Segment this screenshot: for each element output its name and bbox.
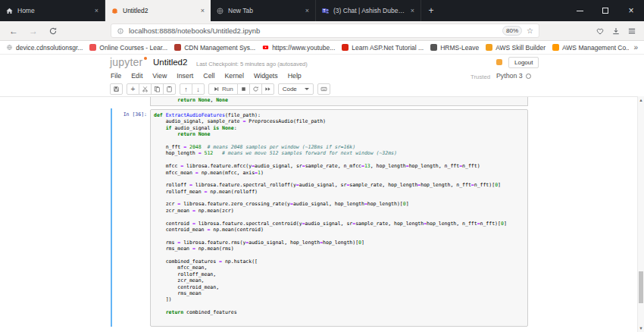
menu-item-file[interactable]: File — [111, 72, 121, 80]
code-line — [154, 176, 527, 182]
address-bar[interactable]: localhost:8888/notebooks/Untitled2.ipynb… — [111, 23, 539, 38]
jupyter-icon — [111, 7, 119, 15]
run-button[interactable]: Run — [208, 83, 238, 95]
jupyter-logo-text: jupyter — [110, 56, 142, 68]
interrupt-kernel-button[interactable] — [237, 83, 250, 95]
tab-close-icon[interactable]: × — [410, 7, 415, 14]
new-tab-button[interactable] — [421, 0, 441, 21]
code-line: mfcc = librosa.feature.mfcc(y=audio_sign… — [154, 163, 527, 169]
code-line: centroid = librosa.feature.spectral_cent… — [154, 221, 527, 227]
cell-type-select[interactable]: Code — [278, 83, 314, 95]
bookmark-item[interactable]: CDN Management Sys... — [174, 44, 255, 52]
run-button-group: Run — [208, 83, 274, 95]
move-cell-up-button[interactable] — [180, 83, 192, 95]
bookmark-item[interactable]: device.cdnsolutionsgr... — [6, 44, 83, 52]
menu-item-view[interactable]: View — [152, 72, 167, 80]
scrollbar-down-icon[interactable] — [638, 324, 644, 332]
bookmark-item[interactable]: https://www.youtube... — [262, 44, 335, 52]
window-controls — [567, 0, 644, 21]
browser-navbar: localhost:8888/notebooks/Untitled2.ipynb… — [0, 21, 644, 41]
tab-close-icon[interactable]: × — [94, 7, 99, 14]
navbar-actions — [596, 27, 636, 36]
code-line: combined_features = np.hstack([ — [154, 258, 527, 265]
url-text[interactable]: localhost:8888/notebooks/Untitled2.ipynb — [129, 27, 498, 35]
globe-icon — [216, 7, 224, 15]
bookmark-label: AWS Management Co... — [562, 44, 629, 52]
menu-item-cell[interactable]: Cell — [203, 72, 214, 80]
logout-button[interactable]: Logout — [508, 57, 539, 68]
menu-item-kernel[interactable]: Kernel — [224, 72, 243, 80]
code-line: centroid_mean, — [154, 284, 527, 290]
paste-cell-button[interactable] — [163, 83, 176, 95]
browser-window: Home×Untitled2×New Tab×T(3) Chat | Ashis… — [0, 0, 644, 332]
code-line: def ExtractAudioFeatures(file_path): — [154, 112, 527, 118]
code-line: mfcc_mean, — [154, 265, 527, 271]
restart-run-all-button[interactable] — [261, 83, 274, 95]
browser-tab[interactable]: T(3) Chat | Ashish Dubey | Micro...× — [316, 0, 421, 21]
restart-kernel-button[interactable] — [249, 83, 262, 95]
tab-close-icon[interactable]: × — [200, 7, 205, 14]
move-cell-down-button[interactable] — [192, 83, 205, 95]
refresh-button[interactable] — [47, 25, 59, 37]
command-palette-button[interactable] — [317, 83, 330, 95]
browser-tab[interactable]: Home× — [0, 0, 105, 21]
bookmark-label: Online Courses - Lear... — [99, 44, 167, 52]
code-line: return None, None — [154, 97, 527, 103]
window-close-button[interactable] — [618, 0, 644, 21]
code-line: ]) — [154, 296, 527, 302]
browser-tab[interactable]: New Tab× — [211, 0, 316, 21]
bookmark-item[interactable]: Online Courses - Lear... — [89, 44, 167, 52]
tab-title: Untitled2 — [123, 7, 196, 14]
checkpoint-status: Last Checkpoint: 5 minutes ago (autosave… — [196, 61, 308, 67]
code-line — [154, 157, 527, 163]
menu-icon[interactable] — [627, 27, 636, 36]
forward-button[interactable] — [27, 25, 39, 37]
window-maximize-button[interactable] — [592, 0, 618, 21]
cell-input[interactable]: def ExtractAudioFeatures(file_path): aud… — [150, 109, 528, 327]
bookmark-item[interactable]: Learn ASP.Net Tutorial ... — [342, 44, 424, 52]
menu-item-insert[interactable]: Insert — [177, 72, 193, 80]
copy-cell-button[interactable] — [151, 83, 164, 95]
bookmark-star-icon[interactable] — [527, 27, 533, 35]
bookmarks-overflow-icon[interactable] — [633, 43, 638, 52]
back-button[interactable] — [8, 25, 20, 37]
run-label: Run — [222, 86, 233, 92]
zoom-level[interactable]: 80% — [502, 26, 522, 36]
scrollbar-up-icon[interactable] — [638, 96, 644, 104]
code-line — [154, 214, 527, 220]
menubar: FileEditViewInsertCellKernelWidgetsHelp — [111, 72, 302, 80]
cut-cell-button[interactable] — [139, 83, 152, 95]
previous-cell[interactable]: return None, None — [150, 97, 528, 106]
menu-item-edit[interactable]: Edit — [131, 72, 142, 80]
site-info-icon[interactable] — [117, 27, 124, 35]
previous-cell-code: return None, None — [154, 97, 527, 103]
code-line: return None — [154, 131, 527, 137]
notebook-title[interactable]: Untitled2 — [153, 58, 187, 67]
code-line: zcr_mean, — [154, 277, 527, 283]
window-minimize-button[interactable] — [567, 0, 592, 21]
code-line: rms_mean = np.mean(rms) — [154, 246, 527, 252]
tab-title: New Tab — [228, 7, 301, 14]
browser-tab[interactable]: Untitled2× — [105, 0, 211, 21]
scrollbar-thumb[interactable] — [639, 271, 643, 303]
dot-icon — [342, 44, 349, 51]
menu-item-widgets[interactable]: Widgets — [254, 72, 278, 80]
scrollbar[interactable] — [637, 96, 644, 332]
youtube-icon — [262, 44, 269, 51]
downloads-icon[interactable] — [611, 27, 621, 36]
save-button[interactable] — [110, 83, 123, 95]
bookmark-item[interactable]: AWS Management Co... — [552, 44, 629, 52]
teams-icon: T — [321, 7, 330, 15]
jupyter-logo[interactable]: jupyter — [110, 56, 142, 68]
bookmark-item[interactable]: AWS Skill Builder — [486, 44, 546, 52]
menu-item-help[interactable]: Help — [288, 72, 302, 80]
add-cell-button[interactable] — [127, 83, 139, 95]
favorites-icon[interactable] — [596, 27, 605, 36]
tab-close-icon[interactable]: × — [305, 7, 310, 14]
dot-icon — [89, 44, 96, 51]
maximize-icon — [602, 8, 608, 14]
bookmark-item[interactable]: HRMS-Leave — [430, 44, 479, 52]
bookmarks-bar: device.cdnsolutionsgr...Online Courses -… — [0, 41, 644, 55]
code-editor[interactable]: def ExtractAudioFeatures(file_path): aud… — [154, 112, 527, 316]
code-line: rolloff_mean, — [154, 271, 527, 277]
